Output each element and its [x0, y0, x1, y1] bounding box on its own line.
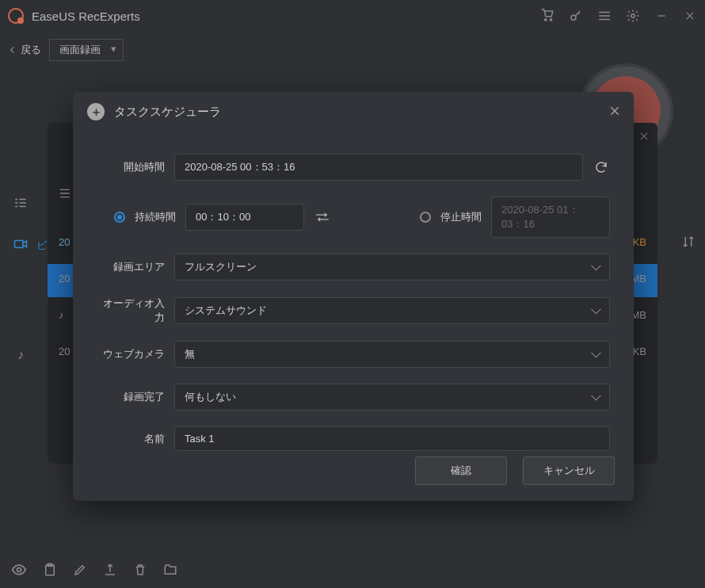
item-name: 20: [59, 273, 70, 284]
audio-input-value: システムサウンド: [185, 304, 267, 316]
on-finish-label: 録画完了: [97, 390, 165, 404]
audio-input-select[interactable]: システムサウンド: [174, 297, 610, 324]
record-area-label: 録画エリア: [97, 260, 165, 274]
cancel-button[interactable]: キャンセル: [523, 456, 615, 485]
minimize-icon[interactable]: [654, 9, 669, 23]
svg-point-1: [631, 14, 635, 18]
record-mode-select[interactable]: 画面録画: [49, 39, 124, 61]
cancel-label: キャンセル: [543, 464, 595, 476]
audio-input-label: オーディオ入力: [97, 296, 165, 325]
video-category-label: ビ: [32, 236, 51, 255]
trash-icon[interactable]: [133, 563, 147, 580]
eye-icon[interactable]: [11, 562, 27, 581]
audio-category-icon[interactable]: ♪: [11, 346, 30, 365]
webcam-value: 無: [185, 348, 195, 360]
audio-input-row: オーディオ入力 システムサウンド: [73, 296, 634, 325]
titlebar-controls: [540, 9, 697, 23]
back-button[interactable]: 戻る: [8, 43, 41, 57]
folder-icon[interactable]: [163, 563, 177, 580]
name-input[interactable]: Task 1: [174, 426, 610, 451]
loop-icon[interactable]: [314, 208, 331, 226]
record-area-row: 録画エリア フルスクリーン: [73, 254, 634, 281]
bottom-toolbar: [0, 555, 705, 588]
upload-icon[interactable]: [103, 563, 117, 580]
dialog-buttons: 確認 キャンセル: [415, 456, 615, 485]
duration-label: 持続時間: [135, 210, 176, 224]
gear-icon[interactable]: [626, 9, 640, 23]
webcam-label: ウェブカメラ: [97, 347, 165, 361]
sort-icon[interactable]: [681, 235, 695, 252]
audio-icon: ♪: [59, 309, 73, 321]
item-name: 20: [59, 236, 70, 248]
svg-rect-2: [15, 241, 24, 248]
svg-point-0: [571, 15, 576, 20]
item-size: KB: [633, 346, 646, 357]
dialog-title: タスクスケジューラ: [114, 105, 221, 120]
start-time-row: 開始時間 2020-08-25 00：53：16: [73, 154, 634, 181]
app-logo-icon: [8, 8, 24, 24]
stop-time-input[interactable]: 2020-08-25 01：03：16: [491, 197, 610, 238]
task-scheduler-dialog: ＋ タスクスケジューラ 開始時間 2020-08-25 00：53：16 持続時…: [73, 92, 634, 501]
cart-icon[interactable]: [540, 9, 554, 23]
titlebar: EaseUS RecExperts: [0, 0, 705, 32]
key-icon[interactable]: [569, 9, 583, 23]
webcam-select[interactable]: 無: [174, 341, 610, 368]
stop-time-label: 停止時間: [440, 210, 482, 224]
item-name: 20: [59, 346, 70, 357]
clipboard-icon[interactable]: [43, 563, 57, 580]
edit-icon[interactable]: [73, 563, 87, 580]
menu-icon[interactable]: [597, 9, 612, 23]
plus-icon: ＋: [87, 103, 105, 120]
duration-radio[interactable]: [114, 212, 125, 223]
on-finish-row: 録画完了 何もしない: [73, 384, 634, 410]
record-area-value: フルスクリーン: [185, 261, 257, 273]
layout-icon[interactable]: [59, 187, 71, 202]
stop-time-radio[interactable]: [420, 212, 431, 223]
item-size: KB: [633, 236, 646, 248]
panel-close-icon[interactable]: [638, 131, 650, 145]
start-time-input[interactable]: 2020-08-25 00：53：16: [174, 154, 583, 181]
record-mode-label: 画面録画: [59, 44, 101, 55]
refresh-icon[interactable]: [593, 158, 610, 176]
confirm-label: 確認: [451, 464, 471, 476]
start-time-label: 開始時間: [97, 160, 165, 174]
dialog-title-bar: ＋ タスクスケジューラ: [73, 92, 634, 132]
webcam-row: ウェブカメラ 無: [73, 341, 634, 368]
list-view-icon[interactable]: [11, 193, 30, 212]
on-finish-value: 何もしない: [185, 391, 236, 403]
name-label: 名前: [97, 432, 165, 446]
svg-point-3: [17, 568, 21, 572]
dialog-close-button[interactable]: [607, 103, 623, 119]
toolbar: 戻る 画面録画: [0, 32, 705, 68]
close-icon[interactable]: [683, 9, 697, 23]
on-finish-select[interactable]: 何もしない: [174, 384, 610, 410]
video-category-icon[interactable]: [11, 235, 30, 254]
confirm-button[interactable]: 確認: [415, 456, 507, 485]
record-area-select[interactable]: フルスクリーン: [174, 254, 610, 281]
duration-input[interactable]: 00：10：00: [185, 204, 304, 231]
name-row: 名前 Task 1: [73, 426, 634, 451]
duration-row: 持続時間 00：10：00 停止時間 2020-08-25 01：03：16: [73, 197, 634, 238]
app-title: EaseUS RecExperts: [32, 10, 140, 23]
back-label: 戻る: [21, 43, 41, 57]
